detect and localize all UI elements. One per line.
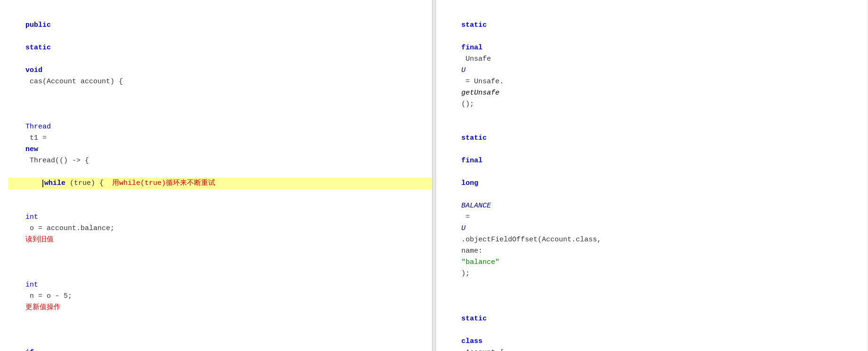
left-code-panel: public static void cas(Account account) … (0, 0, 432, 351)
code-line-3: while (true) { 用while(true)循环来不断重试 (8, 178, 432, 189)
keyword-long: long (462, 179, 479, 187)
keyword-thread: Thread (25, 123, 51, 131)
code-line-5: int n = o - 5; 更新值操作 (8, 257, 432, 325)
right-blank-line-1 (445, 291, 868, 302)
keyword-void: void (25, 66, 42, 74)
keyword-new: new (25, 145, 38, 153)
keyword-static1: static (462, 21, 487, 29)
keyword-while: while (44, 178, 65, 189)
code-line-4: int o = account.balance; 读到旧值 (8, 189, 432, 257)
right-code-line-1: static final Unsafe U = Unsafe. getUnsaf… (445, 8, 868, 121)
keyword-static: static (25, 44, 51, 52)
keyword-class: class (462, 337, 483, 345)
keyword-final1: final (462, 44, 483, 52)
code-line-1: public static void cas(Account account) … (8, 8, 432, 99)
method-getUnsafe: getUnsafe (462, 89, 500, 97)
keyword-public: public (25, 21, 51, 29)
keyword-static3: static (462, 315, 487, 323)
keyword-if: if (25, 349, 34, 351)
right-code-line-4: static class Account { (445, 302, 868, 351)
keyword-int-o: int (25, 213, 38, 221)
var-U3: U (462, 224, 466, 232)
keyword-static2: static (462, 134, 487, 142)
var-BALANCE-decl: BALANCE (462, 202, 491, 210)
code-line-2: Thread t1 = new Thread(() -> { (8, 99, 432, 178)
keyword-final2: final (462, 157, 483, 165)
right-code-line-2: static final long BALANCE = U .objectFie… (445, 121, 868, 291)
panel-divider (432, 0, 436, 351)
var-U-decl: U (462, 66, 466, 74)
annotation-update: 更新值操作 (25, 303, 61, 311)
keyword-int-n: int (25, 281, 38, 289)
string-balance: "balance" (462, 258, 500, 266)
right-code-panel: static final Unsafe U = Unsafe. getUnsaf… (436, 0, 868, 351)
annotation-while-retry: 用while(true)循环来不断重试 (112, 178, 215, 189)
code-line-6: if ( U .compareAndSetInt(account, BALANC… (8, 325, 432, 351)
text-cursor (42, 180, 43, 187)
annotation-old-value: 读到旧值 (25, 236, 54, 244)
